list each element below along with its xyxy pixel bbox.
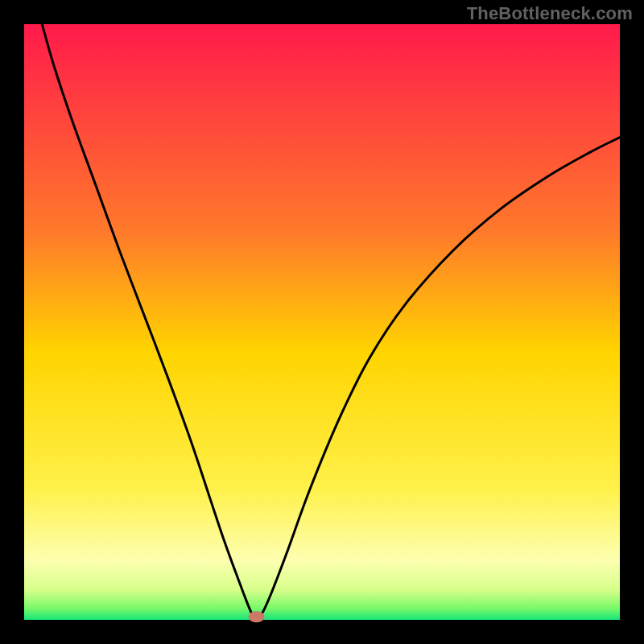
bottleneck-plot <box>0 0 644 644</box>
plot-area <box>24 24 620 620</box>
watermark-label: TheBottleneck.com <box>467 3 633 24</box>
min-marker <box>249 611 265 622</box>
chart-container: TheBottleneck.com <box>0 0 644 644</box>
